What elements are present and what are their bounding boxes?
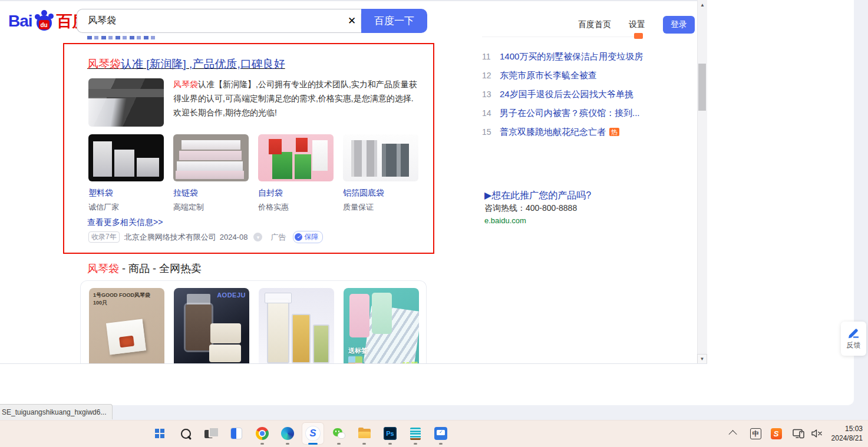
ad-source: 北京企腾网络技术有限公司 (124, 232, 216, 243)
running-indicator (414, 443, 417, 445)
chrome-button[interactable] (252, 423, 273, 444)
tray-expand-button[interactable] (731, 420, 745, 447)
scrollbar-down-arrow[interactable]: ▼ (697, 354, 707, 364)
widgets-button[interactable] (226, 423, 247, 444)
shopping-image-1[interactable]: AODEJU (174, 288, 249, 364)
sidebar-divider (482, 37, 640, 37)
clear-icon[interactable]: ✕ (343, 15, 361, 27)
hot-link: 普京双膝跪地献花纪念亡者 (500, 127, 606, 138)
scrollbar-track[interactable] (697, 0, 707, 364)
nav-baidu-home[interactable]: 百度首页 (578, 19, 611, 30)
task-view-button[interactable] (200, 423, 222, 444)
edge-button[interactable] (277, 423, 298, 444)
ad-label: 广告 (270, 232, 286, 243)
cast-icon (793, 429, 805, 439)
tray-time: 15:03 (831, 424, 863, 433)
wechat-button[interactable] (328, 423, 349, 444)
photoshop-button[interactable]: Ps (379, 423, 401, 444)
guarantee-badge[interactable]: ✓保障 (293, 231, 323, 243)
promo-site-link[interactable]: e.baidu.com (484, 216, 526, 225)
hot-item-14[interactable]: 14 男子在公司内被害？殡仪馆：接到... (482, 106, 659, 120)
start-button[interactable] (149, 423, 170, 444)
clock[interactable]: 15:03 2024/8/21 (824, 420, 863, 447)
ime-indicator[interactable]: 中 (748, 420, 763, 447)
running-indicator (388, 443, 392, 445)
hot-link: 24岁国手退役后去公园找大爷单挑 (500, 89, 633, 100)
sogou-icon: S (771, 428, 782, 439)
tray-date: 2024/8/21 (831, 433, 863, 443)
widgets-icon (230, 428, 242, 439)
feedback-button[interactable]: 反馈 (841, 322, 866, 356)
hot-item-13[interactable]: 13 24岁国手退役后去公园找大爷单挑 (482, 87, 659, 101)
file-explorer-button[interactable] (354, 423, 375, 444)
remote-desktop-icon (434, 427, 447, 440)
hot-item-15[interactable]: 15 普京双膝跪地献花纪念亡者 热 (482, 125, 659, 139)
search-box: ✕ (77, 9, 361, 33)
shopping-tag-text: 送标签 (348, 346, 368, 355)
title-rest: 认准 [新润隆] ,产品优质,口碑良好 (121, 58, 285, 70)
hot-link: 1400万买的别墅被保洁占用变垃圾房 (500, 51, 643, 62)
cast-button[interactable] (791, 420, 806, 447)
product-image-foil-drum-bag[interactable] (343, 134, 418, 181)
running-indicator (362, 443, 366, 445)
shopping-card: 1号GOOD FOOD风琴袋 100只 AODEJU 送标签 12层 (80, 280, 427, 364)
photoshop-icon: Ps (384, 427, 397, 440)
running-indicator (260, 443, 264, 445)
product-link-2[interactable]: 自封袋 (258, 188, 283, 198)
top-nav: 百度首页 设置 登录 (578, 16, 695, 34)
shopping-image-0[interactable]: 1号GOOD FOOD风琴袋 100只 (89, 288, 164, 364)
s-browser-icon: S (305, 426, 321, 441)
volume-button[interactable] (808, 420, 825, 447)
product-link-0[interactable]: 塑料袋 (88, 188, 113, 198)
running-indicator (286, 443, 289, 445)
hot-rank: 12 (482, 71, 496, 80)
notepad-icon (410, 428, 421, 440)
notepad-button[interactable] (405, 423, 426, 444)
scrollbar-up-arrow[interactable]: ▲ (698, 1, 707, 9)
result-menu-icon[interactable]: ▾ (253, 233, 262, 241)
product-subtitle-0: 诚信厂家 (88, 202, 119, 213)
product-subtitle-2: 价格实惠 (258, 202, 289, 213)
pencil-icon (847, 327, 860, 339)
guarantee-label: 保障 (304, 232, 318, 242)
scrollbar-thumb[interactable] (698, 64, 706, 111)
promo-title[interactable]: ▶想在此推广您的产品吗? (484, 190, 591, 202)
running-indicator (439, 443, 443, 445)
search-icon (181, 429, 191, 439)
chrome-icon (256, 427, 269, 440)
title-keyword: 风琴袋 (87, 58, 121, 70)
hot-item-11[interactable]: 11 1400万买的别墅被保洁占用变垃圾房 (482, 49, 659, 64)
hot-badge: 热 (609, 128, 619, 136)
nav-settings[interactable]: 设置 (629, 19, 645, 30)
search-input[interactable] (87, 15, 343, 27)
sogou-tray-button[interactable]: S (768, 420, 784, 447)
product-image-selfseal-bag[interactable] (258, 134, 334, 181)
product-image-zipper-bag[interactable] (173, 134, 249, 181)
hot-rank: 11 (482, 52, 496, 61)
s-browser-button[interactable]: S (302, 423, 324, 444)
login-button[interactable]: 登录 (663, 16, 695, 34)
remote-desktop-button[interactable] (430, 423, 451, 444)
product-image-plastic-bag[interactable] (88, 134, 164, 181)
product-link-3[interactable]: 铝箔圆底袋 (343, 188, 384, 198)
promo-hotline: 咨询热线：400-800-8888 (484, 203, 577, 214)
hot-link: 男子在公司内被害？殡仪馆：接到... (500, 108, 640, 119)
feedback-label: 反馈 (847, 340, 861, 350)
more-info-link[interactable]: 查看更多相关信息>> (87, 217, 163, 228)
taskbar-search-button[interactable] (175, 423, 196, 444)
hot-item-12[interactable]: 12 东莞市原市长李毓全被查 (482, 68, 659, 82)
shopping-image-2[interactable] (259, 288, 334, 364)
product-link-1[interactable]: 拉链袋 (173, 188, 198, 198)
search-button[interactable]: 百度一下 (361, 9, 427, 33)
shopping-image-3[interactable]: 送标签 12层 (344, 288, 419, 364)
ad-main-image[interactable] (88, 78, 164, 127)
edge-icon (281, 427, 294, 440)
shopping-heading: 风琴袋 - 商品 - 全网热卖 (87, 261, 202, 276)
ad-result-title[interactable]: 风琴袋认准 [新润隆] ,产品优质,口碑良好 (87, 57, 285, 72)
browser-window: Bai du 百度 ✕ 百度一下 百度首页 设置 登录 风琴袋认准 [新润隆] … (0, 0, 854, 405)
viewport-top-line (0, 0, 707, 1)
ad-meta-row: 收录7年 北京企腾网络技术有限公司 2024-08 ▾ 广告 ✓保障 (88, 231, 323, 243)
hot-rank: 14 (482, 108, 496, 118)
guarantee-check-icon: ✓ (295, 233, 302, 241)
ad-description: 风琴袋认准【新润隆】,公司拥有专业的技术团队,实力和产品质量获得业界的认可,可高… (173, 77, 417, 120)
